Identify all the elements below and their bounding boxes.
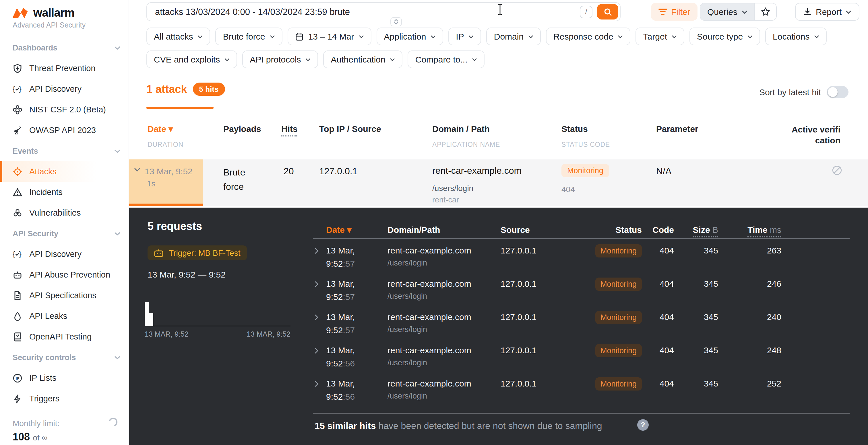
chip-api-protocols[interactable]: API protocols	[242, 50, 318, 68]
column-subheader-status-code: STATUS CODE	[561, 141, 610, 148]
sidebar-section-dashboards[interactable]: Dashboards	[0, 37, 129, 58]
request-source: 127.0.0.1	[501, 378, 536, 388]
request-code: 404	[628, 312, 674, 322]
chip-attack-type[interactable]: Brute force	[216, 28, 282, 45]
chip-response-code[interactable]: Response code	[546, 28, 631, 45]
request-time: 9:52:57	[326, 325, 355, 335]
slash-shortcut-hint: /	[580, 5, 592, 18]
report-button[interactable]: Report	[795, 3, 859, 21]
search-bar: /	[146, 2, 621, 21]
column-header-parameter: Parameter	[656, 124, 699, 134]
column-header-date[interactable]: Date ▾	[148, 124, 173, 134]
queries-button[interactable]: Queries	[701, 3, 754, 20]
chevron-right-icon[interactable]	[315, 314, 319, 320]
filter-button[interactable]: Filter	[651, 3, 698, 21]
sidebar-item-api-discovery-2[interactable]: {} API Discovery	[0, 244, 129, 264]
shield-zap-icon	[12, 63, 22, 73]
request-row[interactable]: 13 Mar, 9:52:56 rent-car-example.com /us…	[129, 341, 868, 374]
request-row[interactable]: 13 Mar, 9:52:57 rent-car-example.com /us…	[129, 307, 868, 341]
chevron-down-icon	[114, 231, 121, 235]
ip-circle-icon: IP	[12, 373, 22, 383]
wallarm-logo[interactable]: wallarm	[0, 0, 129, 20]
text-cursor	[497, 3, 503, 15]
chip-ip[interactable]: IP	[448, 28, 481, 45]
sidebar-item-api-specifications[interactable]: API Specifications	[0, 285, 129, 306]
sidebar-item-incidents[interactable]: Incidents	[0, 182, 129, 202]
request-time-ms: 263	[735, 245, 781, 255]
chip-source-type[interactable]: Source type	[689, 28, 760, 45]
sidebar-section-security-controls[interactable]: Security controls	[0, 347, 129, 368]
chip-application[interactable]: Application	[377, 28, 443, 45]
request-time-ms: 252	[735, 378, 781, 388]
sidebar-item-openapi-testing[interactable]: OpenAPI Testing	[0, 326, 129, 347]
attack-count: 1 attack	[146, 83, 187, 96]
requests-column-date[interactable]: Date ▾	[326, 225, 351, 235]
sidebar-section-events[interactable]: Events	[0, 140, 129, 161]
requests-count-title: 5 requests	[148, 220, 202, 233]
download-icon	[803, 7, 812, 16]
search-icon	[603, 7, 612, 16]
brand-name: wallarm	[33, 6, 74, 20]
sidebar-item-threat-prevention[interactable]: Threat Prevention	[0, 58, 129, 78]
request-source: 127.0.0.1	[501, 245, 536, 255]
sidebar-item-attacks[interactable]: Attacks	[0, 161, 129, 182]
chevron-down-icon[interactable]	[134, 167, 141, 172]
request-source: 127.0.0.1	[501, 312, 536, 322]
search-button[interactable]	[597, 4, 618, 20]
attack-date-cell[interactable]: 13 Mar, 9:52 1s	[129, 160, 203, 206]
requests-column-size[interactable]: Size B	[672, 225, 718, 235]
sidebar-item-vulnerabilities[interactable]: Vulnerabilities	[0, 202, 129, 223]
attack-table-row[interactable]: 13 Mar, 9:52 1s Brute force 20 127.0.0.1…	[129, 160, 868, 206]
column-header-hits[interactable]: Hits	[281, 124, 298, 134]
chip-date-range[interactable]: 13 – 14 Mar	[287, 28, 371, 45]
results-summary[interactable]: 1 attack 5 hits	[146, 82, 225, 96]
attack-parameter: N/A	[656, 166, 671, 177]
sort-toggle[interactable]	[827, 86, 848, 98]
search-expander-handle[interactable]	[391, 17, 402, 26]
request-row[interactable]: 13 Mar, 9:52:57 rent-car-example.com /us…	[129, 274, 868, 307]
sidebar-nav: Dashboards Threat Prevention {} API Disc…	[0, 37, 129, 409]
chip-compare-to[interactable]: Compare to...	[408, 50, 485, 68]
active-verification-disabled-icon[interactable]	[832, 165, 842, 175]
droplet-icon	[12, 311, 22, 321]
sidebar-item-nist-csf[interactable]: NIST CSF 2.0 (Beta)	[0, 99, 129, 120]
chevron-right-icon[interactable]	[315, 248, 319, 254]
chip-all-attacks[interactable]: All attacks	[146, 28, 210, 45]
sidebar-item-api-abuse-prevention[interactable]: API Abuse Prevention	[0, 264, 129, 285]
search-input[interactable]	[147, 3, 580, 21]
request-row[interactable]: 13 Mar, 9:52:56 rent-car-example.com /us…	[129, 374, 868, 407]
sidebar-item-triggers[interactable]: Triggers	[0, 388, 129, 409]
hits-badge: 5 hits	[193, 82, 225, 96]
attack-application-name: rent-car	[432, 196, 459, 204]
chevron-right-icon[interactable]	[315, 347, 319, 354]
requests-column-time[interactable]: Time ms	[735, 225, 781, 235]
request-path: /users/login	[388, 292, 427, 301]
sidebar-item-api-discovery[interactable]: {} API Discovery	[0, 78, 129, 99]
svg-text:}: }	[19, 249, 22, 258]
chevron-right-icon[interactable]	[315, 381, 319, 387]
chip-authentication[interactable]: Authentication	[323, 50, 403, 68]
sidebar-item-api-leaks[interactable]: API Leaks	[0, 306, 129, 326]
svg-text:IP: IP	[16, 376, 20, 380]
request-row[interactable]: 13 Mar, 9:52:57 rent-car-example.com /us…	[129, 241, 868, 274]
favorite-star-button[interactable]	[754, 3, 776, 20]
chip-locations[interactable]: Locations	[765, 28, 827, 45]
star-icon	[761, 7, 770, 16]
help-icon[interactable]: ?	[637, 419, 649, 431]
attack-top-ip: 127.0.0.1	[319, 166, 358, 177]
wallarm-console: wallarm Advanced API Security Dashboards…	[0, 0, 868, 445]
chip-domain[interactable]: Domain	[487, 28, 541, 45]
request-date: 13 Mar,	[326, 345, 355, 355]
chevron-right-icon[interactable]	[315, 281, 319, 287]
active-tab-indicator	[146, 107, 214, 109]
chip-target[interactable]: Target	[636, 28, 684, 45]
sidebar-item-owasp-api[interactable]: OWASP API 2023	[0, 120, 129, 140]
file-icon	[12, 290, 22, 300]
chip-cve-exploits[interactable]: CVE and exploits	[146, 50, 237, 68]
request-date: 13 Mar,	[326, 279, 355, 288]
sidebar-section-api-security[interactable]: API Security	[0, 223, 129, 244]
sidebar-item-ip-lists[interactable]: IP IP Lists	[0, 368, 129, 388]
attack-date: 13 Mar, 9:52	[145, 166, 193, 176]
request-time: 9:52:57	[326, 259, 355, 268]
braces-check-icon: {}	[12, 84, 22, 94]
